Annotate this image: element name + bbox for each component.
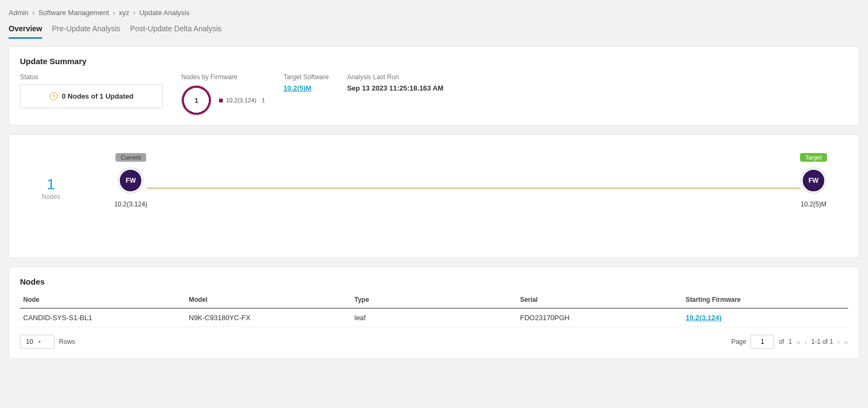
page-input[interactable] [750, 335, 774, 349]
prev-page-icon[interactable]: ‹ [804, 338, 807, 346]
legend-version: 10.2(3.124) [226, 97, 256, 103]
status-label: Status [20, 73, 163, 81]
flow-connector-line [147, 188, 801, 189]
target-badge: Target [800, 153, 828, 162]
tab-pre-update-analysis[interactable]: Pre-Update Analysis [52, 21, 120, 39]
last-page-icon[interactable]: » [844, 338, 848, 346]
page-label: Page [731, 338, 746, 345]
table-header-row: Node Model Type Serial Starting Firmware [20, 292, 848, 308]
firmware-flow-card: 1 Nodes Current FW 10.2(3.124) Target FW… [9, 134, 859, 258]
current-fw-version: 10.2(3.124) [114, 200, 147, 208]
chevron-down-icon: ▾ [38, 339, 41, 344]
analysis-last-run-value: Sep 13 2023 11:25:18.163 AM [347, 84, 443, 92]
cell-type: leaf [351, 308, 517, 327]
cell-model: N9K-C93180YC-FX [186, 308, 351, 327]
target-fw-version: 10.2(5)M [801, 200, 826, 208]
table-row[interactable]: CANDID-SYS-S1-BL1 N9K-C93180YC-FX leaf F… [20, 308, 848, 327]
tab-overview[interactable]: Overview [9, 21, 42, 39]
column-header-type[interactable]: Type [351, 292, 517, 308]
flow-nodes-label: Nodes [42, 193, 60, 200]
target-fw-node[interactable]: Target FW 10.2(5)M [801, 168, 826, 208]
total-pages: 1 [788, 338, 792, 345]
cell-serial: FDO23170PGH [517, 308, 682, 327]
clock-icon [50, 92, 58, 100]
column-header-serial[interactable]: Serial [517, 292, 682, 308]
column-header-starting-firmware[interactable]: Starting Firmware [682, 292, 848, 308]
next-page-icon[interactable]: › [837, 338, 839, 346]
column-header-node[interactable]: Node [20, 292, 186, 308]
tab-post-update-delta-analysis[interactable]: Post-Update Delta Analysis [130, 21, 222, 39]
analysis-tabs: Overview Pre-Update Analysis Post-Update… [9, 21, 859, 39]
target-software-link[interactable]: 10.2(5)M [283, 84, 329, 92]
nodes-by-firmware-block: Nodes by Firmware 1 10.2(3.124) 1 [181, 73, 265, 115]
legend-swatch-icon [219, 99, 223, 102]
analysis-last-run-block: Analysis Last Run Sep 13 2023 11:25:18.1… [347, 73, 443, 92]
breadcrumb: Admin › Software Management › xyz › Upda… [9, 9, 859, 17]
flow-nodes-number: 1 [42, 176, 60, 193]
status-box: 0 Nodes of 1 Updated [20, 84, 163, 108]
legend-count: 1 [262, 97, 265, 103]
chevron-right-icon: › [32, 9, 35, 17]
status-text: 0 Nodes of 1 Updated [62, 92, 134, 100]
breadcrumb-item-admin[interactable]: Admin [9, 9, 29, 17]
cell-node: CANDID-SYS-S1-BL1 [20, 308, 186, 327]
current-badge: Current [115, 153, 146, 162]
starting-firmware-link[interactable]: 10.2(3.124) [686, 314, 722, 322]
chevron-right-icon: › [113, 9, 115, 17]
breadcrumb-item-software-management[interactable]: Software Management [38, 9, 109, 17]
firmware-legend[interactable]: 10.2(3.124) 1 [219, 97, 265, 103]
analysis-last-run-label: Analysis Last Run [347, 73, 443, 81]
target-software-label: Target Software [283, 73, 329, 81]
status-block: Status 0 Nodes of 1 Updated [20, 73, 163, 108]
donut-total: 1 [194, 96, 198, 105]
breadcrumb-item-update-analysis: Update Analysis [139, 9, 189, 17]
rows-per-page-value: 10 [26, 338, 33, 345]
breadcrumb-item-xyz[interactable]: xyz [119, 9, 129, 17]
current-fw-node[interactable]: Current FW 10.2(3.124) [114, 168, 147, 208]
first-page-icon[interactable]: « [796, 338, 800, 346]
cell-starting-firmware: 10.2(3.124) [682, 308, 848, 327]
chevron-right-icon: › [133, 9, 135, 17]
target-software-block: Target Software 10.2(5)M [283, 73, 329, 92]
firmware-donut-chart[interactable]: 1 [181, 85, 211, 115]
nodes-table: Node Model Type Serial Starting Firmware… [20, 292, 848, 327]
nodes-title: Nodes [20, 277, 848, 286]
update-summary-title: Update Summary [20, 57, 848, 66]
rows-per-page-select[interactable]: 10 ▾ [20, 335, 54, 349]
flow-nodes-count: 1 Nodes [42, 176, 60, 200]
nodes-by-firmware-label: Nodes by Firmware [181, 73, 265, 81]
table-pager: 10 ▾ Rows Page of 1 « ‹ 1-1 of 1 › » [20, 335, 848, 349]
column-header-model[interactable]: Model [186, 292, 351, 308]
fw-circle-icon: FW [801, 168, 826, 193]
fw-circle-icon: FW [118, 168, 143, 193]
nodes-table-card: Nodes Node Model Type Serial Starting Fi… [9, 267, 859, 359]
page-range-text: 1-1 of 1 [811, 338, 833, 345]
of-label: of [778, 338, 784, 345]
rows-label: Rows [59, 338, 75, 345]
update-summary-card: Update Summary Status 0 Nodes of 1 Updat… [9, 46, 859, 126]
